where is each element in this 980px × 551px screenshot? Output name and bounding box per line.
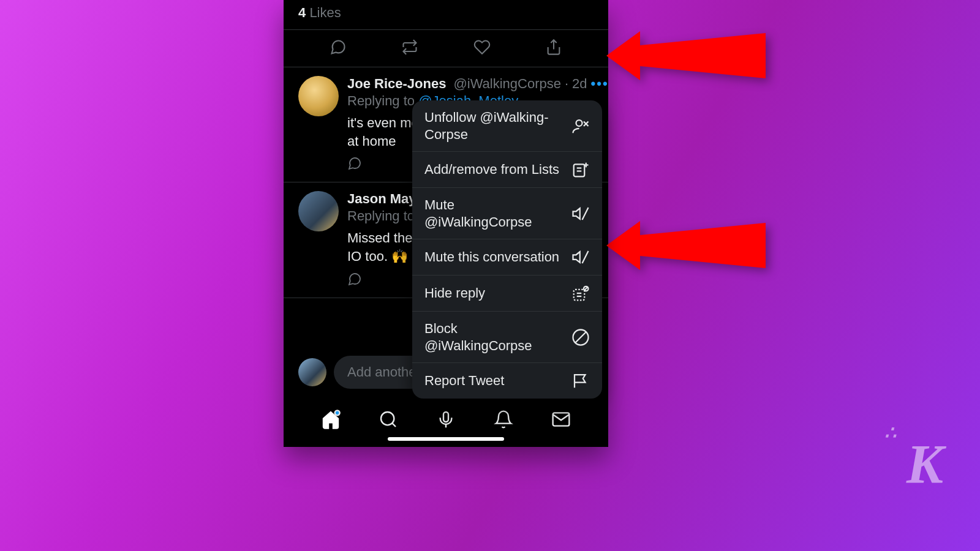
likes-count[interactable]: 4 Likes [284, 0, 608, 30]
annotation-arrow [606, 22, 766, 89]
display-name: Joe Rice-Jones [347, 76, 446, 92]
flag-icon [571, 372, 590, 390]
tab-bar [284, 410, 608, 432]
home-tab[interactable] [321, 410, 341, 432]
svg-line-25 [575, 332, 586, 343]
mute-icon [571, 204, 590, 223]
menu-hide-reply[interactable]: Hide reply [412, 276, 602, 312]
block-icon [571, 328, 590, 347]
svg-point-7 [576, 120, 582, 126]
menu-unfollow[interactable]: Unfollow @iWalking-Corpse [412, 100, 602, 152]
mute-icon [571, 248, 590, 266]
separator-dot: · [565, 76, 568, 92]
svg-marker-17 [573, 252, 580, 263]
reply-icon[interactable] [347, 274, 362, 290]
tweet-action-bar [284, 30, 608, 67]
svg-point-2 [381, 412, 394, 425]
notifications-tab[interactable] [494, 410, 513, 432]
avatar[interactable] [298, 76, 339, 116]
home-indicator [388, 437, 504, 441]
avatar[interactable] [298, 191, 339, 231]
likes-label: Likes [309, 5, 341, 20]
svg-line-3 [392, 423, 396, 427]
reply-icon[interactable] [330, 39, 347, 58]
brand-watermark: ∴K [907, 433, 943, 496]
svg-rect-4 [443, 412, 448, 422]
like-icon[interactable] [473, 39, 491, 58]
menu-mute-conversation[interactable]: Mute this conversation [412, 239, 602, 276]
svg-line-23 [584, 287, 587, 290]
reply-icon[interactable] [347, 159, 362, 174]
handle: @iWalkingCorpse [453, 76, 561, 92]
spaces-tab[interactable] [436, 410, 456, 432]
likes-number: 4 [298, 5, 306, 20]
menu-mute-user[interactable]: Mute @iWalkingCorpse [412, 188, 602, 239]
svg-rect-10 [574, 164, 585, 176]
share-icon[interactable] [545, 39, 562, 58]
retweet-icon[interactable] [401, 39, 418, 58]
menu-lists[interactable]: Add/remove from Lists [412, 152, 602, 188]
svg-point-1 [335, 410, 340, 415]
annotation-arrow [606, 212, 766, 279]
svg-line-18 [582, 251, 589, 263]
timestamp: 2d [572, 76, 587, 92]
svg-marker-15 [573, 208, 580, 219]
svg-line-16 [582, 208, 589, 220]
messages-tab[interactable] [551, 410, 571, 432]
menu-report[interactable]: Report Tweet [412, 363, 602, 399]
hide-reply-icon [571, 284, 590, 302]
avatar[interactable] [298, 358, 326, 386]
svg-rect-19 [574, 290, 585, 301]
svg-marker-26 [606, 31, 766, 80]
menu-block[interactable]: Block @iWalkingCorpse [412, 312, 602, 363]
tweet-context-menu: Unfollow @iWalking-Corpse Add/remove fro… [412, 100, 602, 399]
list-add-icon [571, 160, 590, 179]
svg-marker-27 [606, 221, 766, 270]
search-tab[interactable] [379, 410, 398, 432]
unfollow-icon [571, 117, 590, 135]
